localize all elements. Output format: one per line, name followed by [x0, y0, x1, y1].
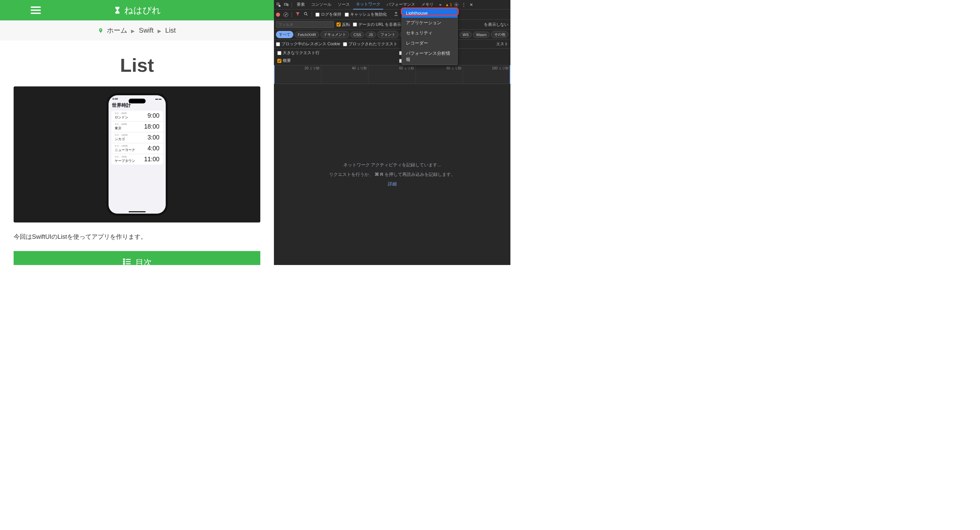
- pill-js[interactable]: JS: [366, 32, 376, 38]
- pill-css[interactable]: CSS: [350, 32, 364, 38]
- pill-fetch[interactable]: Fetch/XHR: [295, 32, 319, 38]
- list-icon: [123, 257, 131, 265]
- breadcrumb-mid[interactable]: Swift: [139, 27, 153, 34]
- timeline-ruler[interactable]: 20 ミリ秒 40 ミリ秒 60 ミリ秒 80 ミリ秒 100 ミリ秒: [274, 65, 511, 84]
- pill-all[interactable]: すべて: [276, 31, 293, 38]
- svg-line-11: [307, 14, 308, 16]
- clock-row: 今日、-9時間ロンドン9:00: [111, 111, 163, 121]
- dropdown-security[interactable]: セキュリティ: [402, 28, 457, 38]
- svg-point-10: [304, 12, 307, 14]
- resource-type-pills: すべて Fetch/XHR ドキュメント CSS JS フォント 画像 WS W…: [274, 30, 511, 40]
- dropdown-application[interactable]: アプリケーション: [402, 18, 457, 28]
- keyboard-shortcut: ⌘ R: [375, 172, 383, 177]
- breadcrumb-home[interactable]: ホーム: [107, 27, 127, 34]
- pill-ws[interactable]: WS: [460, 32, 472, 38]
- home-indicator: [129, 211, 146, 212]
- svg-rect-8: [287, 4, 288, 5]
- chevron-right-icon: ▶: [131, 28, 135, 34]
- empty-line1: ネットワーク アクティビティを記録しています...: [343, 162, 441, 168]
- pin-icon: [98, 27, 105, 34]
- search-icon[interactable]: [304, 11, 308, 17]
- devtools-tab-bar: 要素 コンソール ソース ネットワーク パフォーマンス メモリ » ▲ 1 ⋮ …: [274, 0, 511, 10]
- filter-icon[interactable]: [295, 11, 300, 17]
- tab-sources[interactable]: ソース: [335, 0, 353, 9]
- close-icon[interactable]: ✕: [468, 2, 475, 8]
- svg-rect-7: [285, 3, 287, 5]
- network-toolbar: ログを保持 キャッシュを無効化: [274, 10, 511, 20]
- view-options-row: 大きなリクエスト行 概要 フレーム別にグループ化 スクリーンショット: [274, 49, 511, 65]
- details-link[interactable]: 詳細: [388, 181, 397, 187]
- svg-rect-6: [277, 3, 279, 5]
- menu-icon[interactable]: [30, 6, 41, 14]
- blocked-requests-checkbox[interactable]: ブロックされたリクエスト: [343, 41, 398, 47]
- gear-icon[interactable]: [453, 2, 460, 8]
- tab-console[interactable]: コンソール: [308, 0, 334, 9]
- device-icon[interactable]: [283, 2, 290, 8]
- clock-row: 今日、-14時間ニューヨーク4:00: [111, 143, 163, 154]
- clock-row: 今日、-15時間シカゴ3:00: [111, 132, 163, 143]
- svg-point-9: [456, 4, 457, 5]
- empty-line2: リクエストを行うか、 ⌘ R を押して再読み込みを記録します。: [329, 171, 455, 178]
- tab-network[interactable]: ネットワーク: [353, 0, 383, 10]
- req-suffix: エスト: [496, 41, 508, 47]
- svg-point-2: [123, 261, 124, 262]
- phone-clock: 6:00: [113, 97, 118, 100]
- svg-point-0: [123, 259, 124, 260]
- pill-wasm[interactable]: Wasm: [473, 32, 490, 38]
- breadcrumb: ホーム ▶ Swift ▶ List: [0, 21, 274, 40]
- dropdown-lighthouse[interactable]: Lighthouse: [402, 8, 457, 18]
- chevron-right-icon: ▶: [158, 28, 161, 34]
- pill-other[interactable]: その他: [491, 31, 508, 38]
- warning-badge[interactable]: ▲ 1: [445, 2, 452, 7]
- svg-point-4: [123, 263, 124, 264]
- intro-text: 今回はSwiftUIのListを使ってアプリを作ります。: [14, 233, 260, 241]
- more-tabs-dropdown: Lighthouse アプリケーション セキュリティ レコーダー パフォーマンス…: [401, 8, 458, 65]
- overview-checkbox[interactable]: 概要: [277, 58, 385, 63]
- clock-list: 今日、-9時間ロンドン9:00 今日、+0時間東京18:00 今日、-15時間シ…: [111, 111, 163, 165]
- pill-font[interactable]: フォント: [377, 31, 398, 38]
- breadcrumb-last[interactable]: List: [165, 27, 176, 34]
- toc-label: 目次: [135, 257, 152, 265]
- record-icon[interactable]: [276, 13, 280, 17]
- inspect-icon[interactable]: [275, 2, 282, 8]
- hourglass-icon: [113, 6, 121, 14]
- blocked-row: ブロック中のレスポンス Cookie ブロックされたリクエスト エスト: [274, 40, 511, 49]
- site-title: ねはぴれ: [124, 5, 161, 16]
- filter-input[interactable]: [276, 21, 334, 28]
- tab-memory[interactable]: メモリ: [418, 0, 436, 9]
- more-tabs-icon[interactable]: »: [437, 2, 444, 8]
- invert-checkbox[interactable]: 反転: [337, 22, 350, 27]
- dropdown-perf-insights[interactable]: パフォーマンス分析情報: [402, 48, 457, 65]
- tab-performance[interactable]: パフォーマンス: [384, 0, 418, 9]
- site-header: ねはぴれ: [0, 0, 274, 21]
- hide-data-urls-checkbox[interactable]: データの URL を非表示: [353, 22, 401, 27]
- upload-icon[interactable]: [394, 11, 398, 17]
- disable-cache-checkbox[interactable]: キャッシュを無効化: [345, 11, 387, 17]
- clear-icon[interactable]: [283, 12, 288, 17]
- blocked-cookies-checkbox[interactable]: ブロック中のレスポンス Cookie: [276, 41, 340, 47]
- large-rows-checkbox[interactable]: 大きなリクエスト行: [277, 50, 385, 56]
- filter-row: 反転 データの URL を非表示 を表示しない: [274, 20, 511, 30]
- preserve-log-checkbox[interactable]: ログを保持: [315, 11, 341, 17]
- hide-ext-label: を表示しない: [484, 22, 508, 27]
- page-title: List: [14, 54, 260, 76]
- dropdown-recorder[interactable]: レコーダー: [402, 38, 457, 48]
- clock-row: 今日、+0時間東京18:00: [111, 121, 163, 132]
- tab-elements[interactable]: 要素: [294, 0, 308, 9]
- toc-button[interactable]: 目次: [14, 251, 260, 265]
- empty-state: ネットワーク アクティビティを記録しています... リクエストを行うか、 ⌘ R…: [274, 84, 511, 265]
- kebab-icon[interactable]: ⋮: [460, 2, 467, 8]
- phone-mockup: 6:00 ▬▬ 世界時計 今日、-9時間ロンドン9:00 今日、+0時間東京18…: [107, 93, 168, 216]
- hero-image: 6:00 ▬▬ 世界時計 今日、-9時間ロンドン9:00 今日、+0時間東京18…: [14, 86, 260, 222]
- clock-row: 今日、-7時間ケープタウン11:00: [111, 154, 163, 165]
- phone-notch: [129, 98, 146, 103]
- site-logo[interactable]: ねはぴれ: [113, 5, 161, 16]
- status-icons: ▬▬: [156, 97, 162, 100]
- pill-doc[interactable]: ドキュメント: [321, 31, 349, 38]
